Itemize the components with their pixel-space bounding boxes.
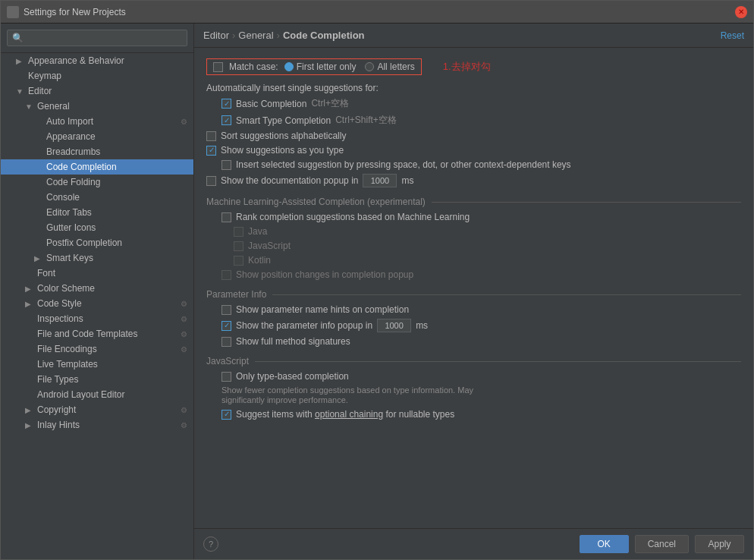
sidebar-label: Breadcrumbs <box>46 146 100 157</box>
reset-button[interactable]: Reset <box>721 30 744 41</box>
basic-completion-checkbox[interactable] <box>221 99 231 109</box>
help-button[interactable]: ? <box>203 536 218 552</box>
window-title: Settings for New Projects <box>24 7 735 17</box>
sidebar-item-copyright[interactable]: ▶ Copyright ⚙ <box>1 402 193 417</box>
match-case-checkbox[interactable] <box>213 62 223 72</box>
sidebar-item-keymap[interactable]: Keymap <box>1 68 193 83</box>
sidebar-item-file-types[interactable]: File Types <box>1 372 193 387</box>
sidebar-item-smart-keys[interactable]: ▶ Smart Keys <box>1 250 193 266</box>
smart-type-shortcut: Ctrl+Shift+空格 <box>335 114 397 127</box>
settings-window: Settings for New Projects ✕ ▶ Appearance… <box>0 0 754 560</box>
ml-java-checkbox[interactable] <box>234 227 243 237</box>
ml-kotlin-row: Kotlin <box>206 255 741 266</box>
ml-rank-label: Rank completion suggestions based on Mac… <box>236 212 470 222</box>
sidebar-item-general[interactable]: ▼ General <box>1 99 193 114</box>
show-full-method-checkbox[interactable] <box>221 337 231 347</box>
basic-completion-label: Basic Completion <box>236 99 306 109</box>
annotation-text: 1.去掉对勾 <box>443 60 491 74</box>
sidebar-item-appearance[interactable]: Appearance <box>1 129 193 144</box>
ml-rank-checkbox[interactable] <box>221 212 231 222</box>
sidebar-item-file-code-templates[interactable]: File and Code Templates ⚙ <box>1 326 193 341</box>
sidebar-item-auto-import[interactable]: Auto Import ⚙ <box>1 114 193 129</box>
ml-kotlin-checkbox[interactable] <box>234 256 243 266</box>
show-full-method-row: Show full method signatures <box>206 336 741 347</box>
sidebar-item-breadcrumbs[interactable]: Breadcrumbs <box>1 144 193 159</box>
sidebar-item-postfix-completion[interactable]: Postfix Completion <box>1 235 193 250</box>
breadcrumb-sep2: › <box>277 30 280 41</box>
show-doc-checkbox[interactable] <box>206 176 216 186</box>
sidebar-label: File Encodings <box>37 344 97 354</box>
sidebar-label: Android Layout Editor <box>37 389 124 400</box>
show-param-popup-checkbox[interactable] <box>221 321 231 331</box>
auto-insert-label: Automatically insert single suggestions … <box>206 83 379 93</box>
sidebar-item-code-style[interactable]: ▶ Code Style ⚙ <box>1 296 193 311</box>
param-popup-value-input[interactable] <box>377 319 411 332</box>
ok-button[interactable]: OK <box>580 535 629 553</box>
only-type-based-checkbox[interactable] <box>221 372 231 382</box>
doc-popup-unit: ms <box>401 175 413 186</box>
bottom-bar: ? OK Cancel Apply <box>194 528 753 559</box>
sidebar-label: File and Code Templates <box>37 329 138 339</box>
smart-type-row: Smart Type Completion Ctrl+Shift+空格 <box>206 114 741 127</box>
search-input[interactable] <box>7 30 187 46</box>
gear-icon: ⚙ <box>181 330 187 338</box>
sidebar-item-editor[interactable]: ▼ Editor <box>1 83 193 99</box>
gear-icon: ⚙ <box>181 315 187 323</box>
sidebar-label: General <box>37 101 70 112</box>
apply-button[interactable]: Apply <box>695 535 744 553</box>
smart-type-checkbox[interactable] <box>221 115 231 125</box>
sidebar-item-file-encodings[interactable]: File Encodings ⚙ <box>1 341 193 357</box>
first-letter-label: First letter only <box>297 61 357 72</box>
sidebar-item-appearance-behavior[interactable]: ▶ Appearance & Behavior <box>1 53 193 68</box>
all-letters-label: All letters <box>377 61 414 72</box>
close-button[interactable]: ✕ <box>735 6 747 18</box>
breadcrumb: Editor › General › Code Completion <box>203 30 365 41</box>
sidebar-item-android-layout-editor[interactable]: Android Layout Editor <box>1 387 193 402</box>
show-param-hints-label: Show parameter name hints on completion <box>236 304 409 315</box>
sidebar-item-live-templates[interactable]: Live Templates <box>1 357 193 372</box>
sidebar: ▶ Appearance & Behavior Keymap ▼ Editor … <box>1 24 194 559</box>
auto-insert-row: Automatically insert single suggestions … <box>206 83 741 93</box>
sidebar-item-console[interactable]: Console <box>1 190 193 205</box>
suggest-optional-chaining-row: Suggest items with optional chaining for… <box>206 409 741 420</box>
breadcrumb-bar: Editor › General › Code Completion Reset <box>194 24 753 48</box>
search-box <box>1 24 193 53</box>
param-info-section-label: Parameter Info <box>206 289 741 300</box>
suggest-optional-chaining-label: Suggest items with optional chaining for… <box>236 409 454 420</box>
basic-completion-row: Basic Completion Ctrl+空格 <box>206 97 741 110</box>
suggest-optional-chaining-checkbox[interactable] <box>221 410 231 420</box>
ml-js-checkbox[interactable] <box>234 241 243 251</box>
sidebar-label: Copyright <box>37 404 76 415</box>
insert-selected-checkbox[interactable] <box>221 160 231 170</box>
ml-section-label: Machine Learning-Assisted Completion (ex… <box>206 197 741 207</box>
show-param-hints-checkbox[interactable] <box>221 305 231 315</box>
match-case-box: Match case: First letter only All letter… <box>206 58 422 75</box>
sidebar-item-inspections[interactable]: Inspections ⚙ <box>1 311 193 326</box>
ml-show-position-row: Show position changes in completion popu… <box>206 269 741 280</box>
sort-suggestions-checkbox[interactable] <box>206 131 216 141</box>
expand-arrow-icon: ▶ <box>25 285 34 293</box>
sidebar-item-inlay-hints[interactable]: ▶ Inlay Hints ⚙ <box>1 417 193 433</box>
sidebar-item-editor-tabs[interactable]: Editor Tabs <box>1 205 193 220</box>
main-panel: Editor › General › Code Completion Reset… <box>194 24 753 559</box>
show-param-hints-row: Show parameter name hints on completion <box>206 304 741 315</box>
sidebar-label: Console <box>46 192 80 203</box>
sidebar-item-gutter-icons[interactable]: Gutter Icons <box>1 220 193 235</box>
sidebar-item-color-scheme[interactable]: ▶ Color Scheme <box>1 281 193 296</box>
radio-btn-all-letters <box>365 62 374 71</box>
sidebar-label: Auto Import <box>46 116 93 127</box>
cancel-button[interactable]: Cancel <box>635 535 689 553</box>
sidebar-label: Font <box>37 268 55 278</box>
ml-show-position-checkbox[interactable] <box>221 270 231 280</box>
radio-all-letters[interactable]: All letters <box>365 61 414 72</box>
sidebar-label: Gutter Icons <box>46 222 96 233</box>
sidebar-item-code-folding[interactable]: Code Folding <box>1 175 193 190</box>
sidebar-item-font[interactable]: Font <box>1 266 193 281</box>
sidebar-label: Inlay Hints <box>37 420 80 430</box>
sidebar-item-code-completion[interactable]: Code Completion <box>1 159 193 175</box>
ml-js-row: JavaScript <box>206 241 741 251</box>
sidebar-label: Code Style <box>37 298 82 309</box>
show-suggestions-checkbox[interactable] <box>206 146 216 156</box>
doc-popup-value-input[interactable] <box>363 174 397 187</box>
radio-first-letter[interactable]: First letter only <box>284 61 357 72</box>
